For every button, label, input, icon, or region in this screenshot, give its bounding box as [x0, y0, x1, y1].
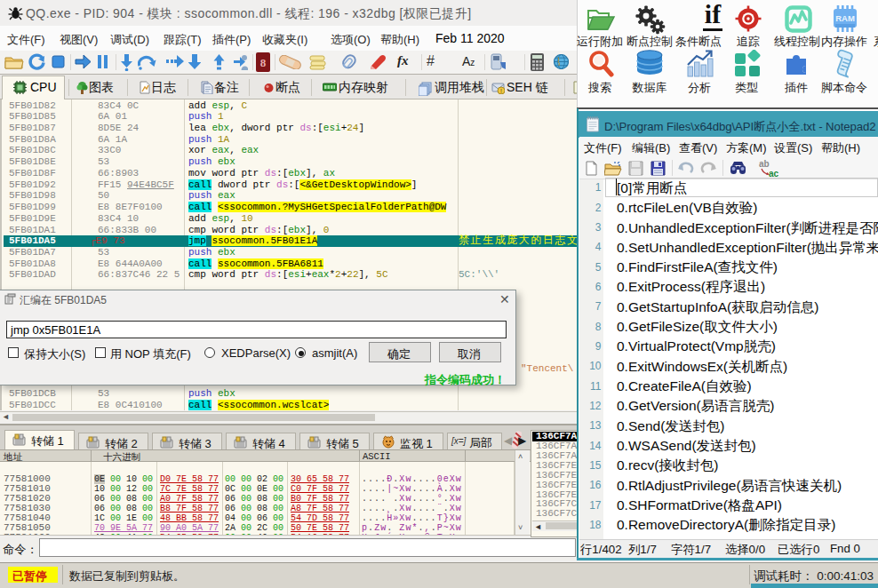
svg-text:ab: ab [759, 159, 770, 169]
svg-text:!: ! [500, 88, 502, 94]
svg-text:ac: ac [769, 169, 779, 178]
svg-text:8: 8 [260, 56, 267, 69]
svg-text:RAM: RAM [835, 13, 855, 23]
